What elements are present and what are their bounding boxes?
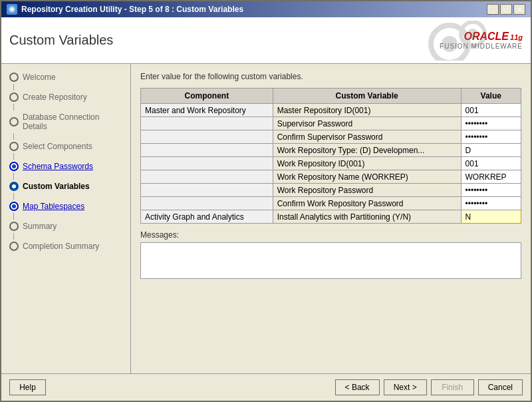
sidebar-dot-database-connection: [9, 117, 19, 126]
variable-cell: Work Repository Type: (D) Developmen...: [273, 144, 461, 157]
value-cell[interactable]: N: [461, 210, 521, 224]
sidebar-dot-welcome: [9, 73, 19, 82]
table-row: Confirm Work Repository Password••••••••: [141, 197, 521, 210]
gear-icon: [416, 21, 496, 61]
sidebar-label-map-tablespaces: Map Tablespaces: [23, 202, 84, 211]
value-cell: ••••••••: [461, 130, 521, 144]
col-header-value: Value: [461, 89, 521, 104]
variable-cell: Work Repository ID(001): [273, 157, 461, 170]
app-icon: [7, 4, 17, 15]
component-cell: [141, 157, 273, 170]
variable-cell: Supervisor Password: [273, 117, 461, 130]
sidebar-label-schema-passwords: Schema Passwords: [23, 162, 93, 171]
sidebar-item-select-components: Select Components: [1, 140, 130, 153]
minimize-button[interactable]: _: [487, 4, 499, 15]
component-cell: Master and Work Repository: [141, 104, 273, 117]
table-row: Supervisor Password••••••••: [141, 117, 521, 130]
svg-point-4: [467, 29, 478, 39]
table-row: Work Repository ID(001)001: [141, 157, 521, 170]
main-content: Welcome Create Repository Database Conne…: [1, 64, 531, 373]
title-buttons: _ □ ✕: [487, 4, 525, 15]
title-bar-left: Repository Creation Utility - Step 5 of …: [7, 4, 243, 15]
component-cell: [141, 144, 273, 157]
value-cell: ••••••••: [461, 117, 521, 130]
sidebar-item-welcome: Welcome: [1, 71, 130, 84]
sidebar-item-schema-passwords[interactable]: Schema Passwords: [1, 160, 130, 173]
content-area: Enter value for the following custom var…: [131, 64, 531, 373]
variable-cell: Work Repository Name (WORKREP): [273, 170, 461, 184]
value-cell: 001: [461, 104, 521, 117]
content-description: Enter value for the following custom var…: [140, 72, 521, 81]
sidebar-dot-select-components: [9, 142, 19, 151]
messages-box: [140, 242, 521, 279]
sidebar: Welcome Create Repository Database Conne…: [1, 64, 131, 373]
sidebar-item-map-tablespaces[interactable]: Map Tablespaces: [1, 200, 130, 213]
value-cell: ••••••••: [461, 197, 521, 210]
header-decoration: ORACLE 11g FUSION MIDDLEWARE: [403, 21, 523, 61]
sidebar-label-welcome: Welcome: [23, 73, 56, 82]
close-button[interactable]: ✕: [513, 4, 525, 15]
component-cell: [141, 117, 273, 130]
sidebar-item-custom-variables: Custom Variables: [1, 180, 130, 193]
table-row: Master and Work RepositoryMaster Reposit…: [141, 104, 521, 117]
variable-cell: Work Repository Password: [273, 184, 461, 197]
sidebar-label-create-repository: Create Repository: [23, 93, 87, 102]
variable-cell: Confirm Work Repository Password: [273, 197, 461, 210]
footer-right: < Back Next > Finish Cancel: [335, 379, 523, 395]
main-window: Repository Creation Utility - Step 5 of …: [0, 0, 532, 402]
variable-cell: Install Analytics with Partitioning (Y/N…: [273, 210, 461, 224]
sidebar-item-create-repository: Create Repository: [1, 91, 130, 104]
col-header-variable: Custom Variable: [273, 89, 461, 104]
sidebar-item-completion-summary: Completion Summary: [1, 240, 130, 253]
sidebar-label-summary: Summary: [23, 222, 57, 231]
page-title: Custom Variables: [9, 33, 113, 48]
messages-label: Messages:: [140, 230, 521, 240]
value-cell: D: [461, 144, 521, 157]
value-cell: 001: [461, 157, 521, 170]
variable-cell: Confirm Supervisor Password: [273, 130, 461, 144]
value-cell: WORKREP: [461, 170, 521, 184]
title-bar: Repository Creation Utility - Step 5 of …: [1, 1, 531, 17]
component-cell: [141, 130, 273, 144]
svg-point-5: [12, 184, 16, 188]
component-cell: [141, 170, 273, 184]
component-cell: [141, 197, 273, 210]
table-row: Work Repository Password••••••••: [141, 184, 521, 197]
sidebar-dot-custom-variables: [9, 182, 19, 191]
sidebar-label-completion-summary: Completion Summary: [23, 242, 99, 251]
sidebar-label-custom-variables: Custom Variables: [23, 182, 90, 191]
sidebar-dot-summary: [9, 222, 19, 231]
finish-button[interactable]: Finish: [431, 379, 474, 395]
svg-point-2: [442, 36, 458, 52]
footer: Help < Back Next > Finish Cancel: [1, 373, 531, 401]
window-title: Repository Creation Utility - Step 5 of …: [21, 5, 243, 14]
back-button[interactable]: < Back: [335, 379, 380, 395]
next-button[interactable]: Next >: [384, 379, 427, 395]
col-header-component: Component: [141, 89, 273, 104]
table-row: Work Repository Name (WORKREP)WORKREP: [141, 170, 521, 184]
value-cell: ••••••••: [461, 184, 521, 197]
sidebar-item-summary: Summary: [1, 220, 130, 233]
messages-section: Messages:: [140, 230, 521, 279]
sidebar-dot-map-tablespaces: [9, 202, 19, 211]
cancel-button[interactable]: Cancel: [478, 379, 523, 395]
sidebar-label-database-connection: Database Connection Details: [23, 112, 125, 131]
header-section: Custom Variables ORACLE 11g FUSION MIDDL…: [1, 17, 531, 64]
help-button[interactable]: Help: [9, 379, 46, 395]
sidebar-dot-create-repository: [9, 93, 19, 102]
table-row: Work Repository Type: (D) Developmen...D: [141, 144, 521, 157]
component-cell: Activity Graph and Analytics: [141, 210, 273, 224]
component-cell: [141, 184, 273, 197]
maximize-button[interactable]: □: [500, 4, 512, 15]
version-text: 11g: [510, 33, 523, 41]
table-row: Confirm Supervisor Password••••••••: [141, 130, 521, 144]
sidebar-dot-schema-passwords: [9, 162, 19, 171]
variable-cell: Master Repository ID(001): [273, 104, 461, 117]
table-row: Activity Graph and AnalyticsInstall Anal…: [141, 210, 521, 224]
sidebar-label-select-components: Select Components: [23, 142, 92, 151]
sidebar-dot-completion-summary: [9, 242, 19, 251]
variables-table: Component Custom Variable Value Master a…: [140, 88, 521, 224]
sidebar-item-database-connection: Database Connection Details: [1, 110, 130, 133]
